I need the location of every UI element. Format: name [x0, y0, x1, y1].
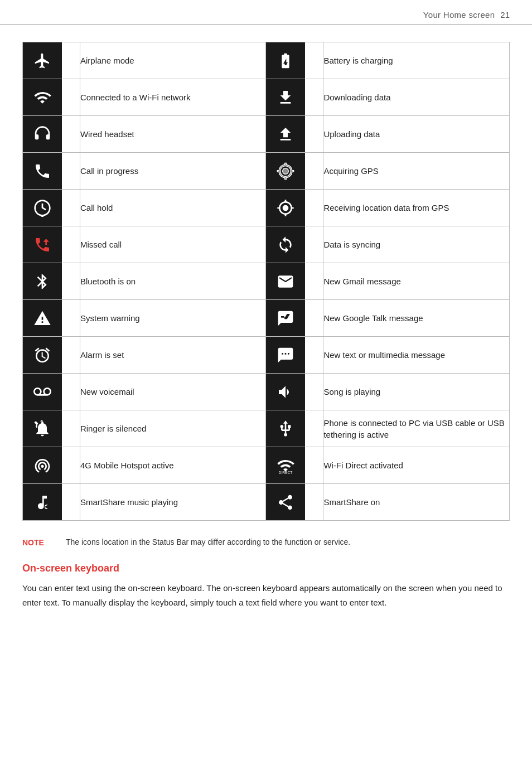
svg-text:DIRECT: DIRECT	[279, 470, 293, 474]
note-section: NOTE The icons location in the Status Ba…	[22, 538, 510, 547]
icon-label-left: Call in progress	[80, 153, 266, 190]
icon-label-right: Phone is connected to PC via USB cable o…	[323, 410, 510, 447]
icon-gps-receiving	[266, 190, 305, 226]
table-row: Missed callData is syncing	[23, 226, 510, 263]
icon-label-left: Bluetooth is on	[80, 263, 266, 300]
icon-label-left: Call hold	[80, 190, 266, 226]
icon-label-right: SmartShare on	[323, 484, 510, 521]
icon-wifi	[23, 79, 62, 115]
keyboard-section: On-screen keyboard You can enter text us…	[22, 563, 510, 609]
icon-upload	[266, 116, 305, 152]
table-row: SmartShare music playingSmartShare on	[23, 484, 510, 521]
table-row: Alarm is setNew text or multimedia messa…	[23, 337, 510, 374]
note-label: NOTE	[22, 538, 56, 547]
icon-smartshare-music	[23, 484, 62, 520]
icon-hotspot	[23, 447, 62, 483]
section-title-header: Your Home screen	[423, 10, 495, 20]
icon-label-right: New text or multimedia message	[323, 337, 510, 374]
icon-headset	[23, 116, 62, 152]
icon-bluetooth	[23, 263, 62, 299]
page-number: 21	[500, 10, 510, 20]
icon-label-right: Data is syncing	[323, 226, 510, 263]
icon-label-right: Uploading data	[323, 116, 510, 153]
icon-download	[266, 79, 305, 115]
keyboard-section-title: On-screen keyboard	[22, 563, 510, 574]
table-row: System warningNew Google Talk message	[23, 300, 510, 337]
icon-call-hold	[23, 190, 62, 226]
table-row: Call in progressAcquiring GPS	[23, 153, 510, 190]
icon-smartshare	[266, 484, 305, 520]
icon-label-left: Connected to a Wi-Fi network	[80, 79, 266, 116]
icon-label-right: Wi-Fi Direct activated	[323, 447, 510, 484]
table-row: New voicemailSong is playing	[23, 374, 510, 410]
icon-call-progress	[23, 153, 62, 189]
table-row: Call holdReceiving location data from GP…	[23, 190, 510, 226]
icon-wifi-direct: DIRECT	[266, 447, 305, 483]
table-row: Wired headsetUploading data	[23, 116, 510, 153]
icon-label-right: Acquiring GPS	[323, 153, 510, 190]
note-text: The icons location in the Status Bar may…	[66, 538, 350, 546]
icon-label-left: 4G Mobile Hotspot active	[80, 447, 266, 484]
icon-voicemail	[23, 374, 62, 410]
icon-label-left: System warning	[80, 300, 266, 337]
icon-battery-charging	[266, 42, 305, 79]
keyboard-section-body: You can enter text using the on-screen k…	[22, 581, 510, 609]
icon-label-left: New voicemail	[80, 374, 266, 410]
icon-label-right: Downloading data	[323, 79, 510, 116]
icon-warning	[23, 300, 62, 336]
icon-gps-acquiring	[266, 153, 305, 189]
icon-label-right: Song is playing	[323, 374, 510, 410]
icon-table: Airplane modeBattery is chargingConnecte…	[22, 42, 510, 521]
table-row: 4G Mobile Hotspot activeDIRECTWi-Fi Dire…	[23, 447, 510, 484]
icon-label-right: New Gmail message	[323, 263, 510, 300]
icon-missed-call	[23, 226, 62, 263]
icon-play	[266, 374, 305, 410]
icon-label-right: Battery is charging	[323, 42, 510, 79]
page-header: Your Home screen 21	[0, 0, 532, 25]
icon-usb	[266, 410, 305, 447]
icon-label-left: Wired headset	[80, 116, 266, 153]
icon-label-left: Airplane mode	[80, 42, 266, 79]
icon-label-left: Alarm is set	[80, 337, 266, 374]
icon-sync	[266, 226, 305, 263]
table-row: Airplane modeBattery is charging	[23, 42, 510, 79]
icon-alarm	[23, 337, 62, 373]
icon-airplane	[23, 42, 62, 79]
icon-gmail	[266, 263, 305, 299]
table-row: Connected to a Wi-Fi networkDownloading …	[23, 79, 510, 116]
table-row: Bluetooth is onNew Gmail message	[23, 263, 510, 300]
icon-label-left: Missed call	[80, 226, 266, 263]
icon-ringer-silenced	[23, 410, 62, 447]
icon-sms	[266, 337, 305, 373]
icon-label-right: New Google Talk message	[323, 300, 510, 337]
icon-label-left: SmartShare music playing	[80, 484, 266, 521]
icon-label-right: Receiving location data from GPS	[323, 190, 510, 226]
icon-talk	[266, 300, 305, 336]
main-content: Airplane modeBattery is chargingConnecte…	[0, 25, 532, 626]
icon-label-left: Ringer is silenced	[80, 410, 266, 447]
table-row: Ringer is silencedPhone is connected to …	[23, 410, 510, 447]
